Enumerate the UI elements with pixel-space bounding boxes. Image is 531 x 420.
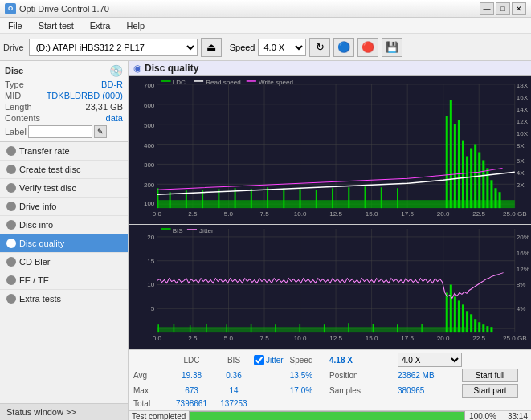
svg-rect-117 [466, 311, 468, 332]
settings-button1[interactable]: 🔵 [333, 38, 354, 57]
disc-label-row: Label ✎ [5, 125, 123, 138]
sidebar-item-verify-test-disc[interactable]: Verify test disc [0, 179, 128, 198]
maximize-button[interactable]: □ [496, 2, 510, 15]
progress-percent: 100.0% [468, 412, 496, 421]
sidebar-item-disc-quality[interactable]: Disc quality [0, 234, 128, 253]
sidebar-label-disc-info: Disc info [19, 220, 53, 230]
titlebar-left: O Opti Drive Control 1.70 [5, 3, 109, 14]
menu-help[interactable]: Help [121, 19, 149, 32]
sidebar-item-transfer-rate[interactable]: Transfer rate [0, 142, 128, 161]
max-bis: 14 [214, 386, 254, 395]
max-ldc: 673 [170, 386, 214, 395]
svg-rect-32 [365, 186, 366, 208]
svg-rect-110 [397, 324, 398, 332]
total-bis: 137253 [214, 399, 254, 408]
sidebar-label-disc-quality: Disc quality [19, 239, 64, 248]
svg-rect-38 [458, 120, 460, 208]
stats-col-speed-value: 4.18 X [329, 356, 398, 365]
sidebar-item-disc-info[interactable]: Disc info [0, 216, 128, 234]
svg-text:400: 400 [144, 142, 155, 149]
save-button[interactable]: 💾 [382, 38, 402, 57]
svg-text:7.5: 7.5 [259, 210, 269, 218]
svg-rect-121 [482, 324, 484, 332]
stats-col-ldc: LDC [170, 356, 214, 365]
menu-start-test[interactable]: Start test [34, 19, 79, 32]
disc-label-label: Label [5, 127, 27, 137]
status-window-button[interactable]: Status window >> [0, 403, 128, 420]
avg-position-label: Position [329, 371, 398, 380]
speed-select[interactable]: 4.0 X 1.0 X 2.0 X 6.0 X 8.0 X [258, 39, 306, 56]
svg-text:14X: 14X [517, 106, 529, 113]
svg-text:300: 300 [144, 161, 155, 169]
eject-button[interactable]: ⏏ [201, 38, 222, 57]
disc-label-btn[interactable]: ✎ [94, 125, 107, 138]
sidebar-label-transfer-rate: Transfer rate [19, 146, 70, 156]
svg-rect-107 [324, 324, 325, 332]
disc-quality-header: ◉ Disc quality [129, 61, 531, 76]
svg-text:10.0: 10.0 [294, 210, 307, 218]
refresh-button[interactable]: ↻ [309, 38, 330, 57]
svg-rect-144 [161, 228, 170, 230]
sidebar-label-create-test-disc: Create test disc [19, 165, 80, 174]
settings-button2[interactable]: 🔴 [357, 38, 378, 57]
speed-select-stats[interactable]: 4.0 X [398, 353, 462, 367]
close-button[interactable]: ✕ [512, 2, 526, 15]
disc-length-value: 23,31 GB [86, 102, 123, 112]
svg-text:25.0 GB: 25.0 GB [503, 210, 527, 218]
total-ldc: 7398661 [170, 399, 214, 408]
svg-rect-113 [450, 285, 452, 333]
svg-rect-102 [206, 324, 207, 332]
start-full-button[interactable]: Start full [462, 369, 518, 382]
menu-extra[interactable]: Extra [85, 19, 116, 32]
jitter-checkbox[interactable] [254, 355, 264, 365]
sidebar-icon-create-test-disc [6, 165, 16, 174]
disc-label-input[interactable] [28, 125, 92, 138]
svg-text:2.5: 2.5 [188, 210, 198, 218]
disc-title: Disc [5, 66, 23, 75]
drive-select[interactable]: (D:) ATAPI iHBS312 2 PL17 [29, 39, 198, 56]
sidebar: Disc 💿 Type BD-R MID TDKBLDRBD (000) Len… [0, 61, 129, 420]
svg-rect-29 [316, 190, 317, 208]
svg-text:Jitter: Jitter [199, 227, 214, 234]
menubar: File Start test Extra Help [0, 18, 531, 34]
sidebar-label-extra-tests: Extra tests [19, 294, 61, 304]
svg-rect-45 [486, 168, 488, 208]
start-part-button[interactable]: Start part [462, 384, 518, 398]
svg-rect-109 [373, 324, 374, 332]
svg-rect-37 [454, 124, 456, 208]
sidebar-item-create-test-disc[interactable]: Create test disc [0, 161, 128, 179]
minimize-button[interactable]: — [480, 2, 494, 15]
svg-rect-119 [474, 319, 476, 332]
disc-quality-icon: ◉ [133, 63, 141, 74]
disc-type-value: BD-R [101, 80, 123, 89]
svg-text:LDC: LDC [173, 79, 186, 86]
sidebar-icon-drive-info [6, 202, 16, 211]
status-text: Test completed [132, 412, 186, 421]
sidebar-icon-disc-info [6, 220, 16, 230]
svg-rect-116 [462, 304, 464, 332]
window-controls[interactable]: — □ ✕ [480, 2, 526, 15]
svg-text:Write speed: Write speed [259, 79, 293, 86]
sidebar-item-fe-te[interactable]: FE / TE [0, 271, 128, 290]
svg-text:12X: 12X [517, 118, 529, 125]
svg-rect-26 [267, 187, 268, 208]
stats-col-jitter-check[interactable]: Jitter [254, 355, 273, 365]
sidebar-icon-disc-quality [6, 239, 16, 248]
svg-rect-103 [226, 324, 227, 332]
drive-label: Drive [3, 43, 24, 52]
svg-text:16X: 16X [517, 94, 529, 101]
svg-rect-98 [157, 327, 466, 332]
disc-mid-row: MID TDKBLDRBD (000) [5, 90, 123, 101]
svg-text:22.5: 22.5 [472, 210, 485, 218]
stats-avg-row: Avg 19.38 0.36 13.5% Position 23862 MB S… [133, 368, 526, 383]
svg-rect-114 [454, 296, 456, 332]
sidebar-item-cd-bler[interactable]: CD Bler [0, 253, 128, 271]
svg-text:700: 700 [144, 82, 155, 89]
stats-col-bis: BIS [214, 356, 254, 365]
menu-file[interactable]: File [3, 19, 27, 32]
avg-label: Avg [133, 371, 170, 380]
sidebar-item-extra-tests[interactable]: Extra tests [0, 290, 128, 308]
svg-rect-43 [478, 152, 480, 208]
sidebar-item-drive-info[interactable]: Drive info [0, 198, 128, 216]
svg-rect-123 [490, 327, 492, 332]
